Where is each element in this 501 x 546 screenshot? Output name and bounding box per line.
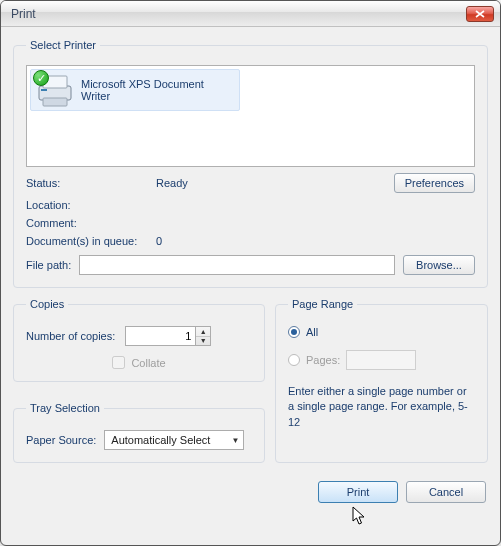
copies-group: Copies Number of copies: ▲ ▼ [13, 298, 265, 382]
browse-button[interactable]: Browse... [403, 255, 475, 275]
close-button[interactable] [466, 6, 494, 22]
chevron-down-icon: ▼ [231, 436, 239, 445]
location-label: Location: [26, 199, 156, 211]
window-title: Print [11, 7, 466, 21]
status-value: Ready [156, 177, 276, 189]
copies-input[interactable] [125, 326, 195, 346]
close-icon [475, 10, 485, 18]
filepath-input[interactable] [79, 255, 395, 275]
select-printer-legend: Select Printer [26, 39, 100, 51]
queue-value: 0 [156, 235, 276, 247]
paper-source-label: Paper Source: [26, 434, 96, 446]
default-check-icon: ✓ [33, 70, 49, 86]
page-range-hint: Enter either a single page number or a s… [288, 384, 475, 430]
page-range-legend: Page Range [288, 298, 357, 310]
copies-label: Number of copies: [26, 330, 115, 342]
paper-source-value: Automatically Select [111, 434, 210, 446]
collate-checkbox [112, 356, 125, 369]
collate-label: Collate [131, 357, 165, 369]
radio-pages [288, 354, 300, 366]
svg-rect-3 [41, 89, 47, 91]
printer-name: Microsoft XPS Document Writer [81, 78, 235, 102]
page-range-group: Page Range All Pages: Enter either a sin… [275, 298, 488, 463]
radio-pages-label: Pages: [306, 354, 340, 366]
preferences-button[interactable]: Preferences [394, 173, 475, 193]
paper-source-select[interactable]: Automatically Select ▼ [104, 430, 244, 450]
radio-all-label: All [306, 326, 318, 338]
pages-input [346, 350, 416, 370]
titlebar[interactable]: Print [1, 1, 500, 27]
svg-rect-2 [43, 98, 67, 106]
queue-label: Document(s) in queue: [26, 235, 156, 247]
tray-group: Tray Selection Paper Source: Automatical… [13, 402, 265, 463]
spin-up-icon[interactable]: ▲ [196, 327, 210, 337]
print-dialog: Print Select Printer ✓ [0, 0, 501, 546]
filepath-label: File path: [26, 259, 71, 271]
radio-all[interactable] [288, 326, 300, 338]
cancel-button[interactable]: Cancel [406, 481, 486, 503]
printer-item-selected[interactable]: ✓ Microsoft XPS Document Writer [30, 69, 240, 111]
spin-down-icon[interactable]: ▼ [196, 337, 210, 346]
printer-icon: ✓ [35, 72, 75, 108]
tray-legend: Tray Selection [26, 402, 104, 414]
comment-label: Comment: [26, 217, 156, 229]
copies-stepper[interactable]: ▲ ▼ [125, 326, 211, 346]
printer-list[interactable]: ✓ Microsoft XPS Document Writer [26, 65, 475, 167]
select-printer-group: Select Printer ✓ Microsoft XPS Document … [13, 39, 488, 288]
print-button[interactable]: Print [318, 481, 398, 503]
copies-legend: Copies [26, 298, 68, 310]
status-label: Status: [26, 177, 156, 189]
